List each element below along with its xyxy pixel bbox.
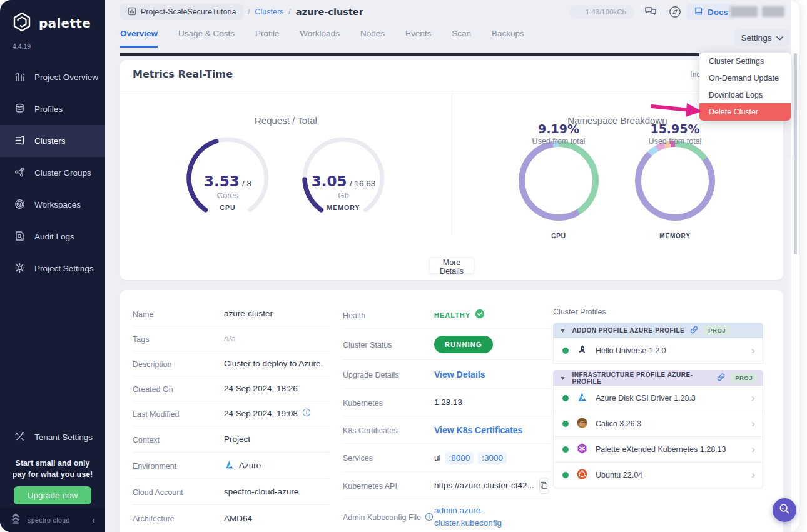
- divider: [452, 91, 452, 235]
- chevron-right-icon: ›: [751, 392, 755, 404]
- sidebar-item-project-overview[interactable]: Project Overview: [0, 61, 105, 93]
- scrollbar-track: [788, 158, 791, 532]
- service-port-link[interactable]: :3000: [478, 452, 507, 464]
- breadcrumb-project-name: Project-ScaleSecureTutoria: [141, 8, 236, 16]
- cluster-profiles-panel: Cluster Profiles ▼ ADDON PROFILE AZURE-P…: [553, 308, 763, 488]
- credits-usage-pill[interactable]: 1.43/100kCh: [569, 5, 634, 19]
- details-middle-column: Health HEALTHY Cluster Status RUNNING Up…: [343, 301, 549, 532]
- tab-overview[interactable]: Overview: [120, 29, 158, 48]
- cpu-namespace-donut: 9.19% Used from total CPU: [519, 141, 599, 221]
- sidebar-item-label: Audit Logs: [34, 232, 74, 241]
- detail-label: Architecture: [133, 514, 224, 523]
- addon-profile-name: ADDON PROFILE AZURE-PROFILE: [572, 327, 684, 334]
- top-header: Project-ScaleSecureTutoria / Clusters / …: [105, 0, 791, 25]
- tab-usage-costs[interactable]: Usage & Costs: [178, 29, 235, 48]
- check-circle-icon: [475, 309, 485, 321]
- detail-label: K8s Certificates: [343, 426, 434, 435]
- more-details-button[interactable]: More Details: [429, 258, 474, 274]
- sidebar-item-workspaces[interactable]: Workspaces: [0, 189, 105, 221]
- menu-item-cluster-settings[interactable]: Cluster Settings: [699, 53, 791, 69]
- info-icon[interactable]: [425, 513, 434, 523]
- detail-row-cloud-account: Cloud Account spectro-cloud-azure: [133, 479, 330, 505]
- view-details-link[interactable]: View Details: [434, 369, 485, 379]
- cluster-profiles-title: Cluster Profiles: [553, 308, 763, 316]
- status-dot-green: [562, 395, 569, 401]
- sidebar-item-label: Clusters: [34, 136, 66, 146]
- kubeconfig-download-link[interactable]: admin.azure-cluster.kubeconfig: [434, 504, 528, 530]
- search-help-fab[interactable]: [773, 498, 796, 522]
- cpu-request-gauge: 3.53 / 8 Cores CPU: [184, 134, 272, 226]
- profile-pack-name: Azure Disk CSI Driver 1.28.3: [596, 394, 696, 403]
- detail-label: Name: [133, 310, 224, 319]
- healthy-text: HEALTHY: [434, 311, 470, 319]
- settings-dropdown-button[interactable]: Settings: [734, 29, 790, 46]
- chevron-down-icon: ▼: [559, 375, 566, 381]
- ubuntu-icon: [576, 468, 588, 483]
- sidebar-item-audit-logs[interactable]: Audit Logs: [0, 221, 105, 253]
- sidebar-item-profiles[interactable]: Profiles: [0, 93, 105, 125]
- tab-profile[interactable]: Profile: [255, 29, 279, 48]
- sidebar-item-project-settings[interactable]: Project Settings: [0, 253, 105, 284]
- sidebar-footer: spectro cloud ‹: [0, 508, 105, 532]
- detail-value: 24 Sep 2024, 18:26: [224, 384, 298, 393]
- breadcrumb-project-pill[interactable]: Project-ScaleSecureTutoria: [120, 4, 243, 20]
- detail-value: n/a: [224, 334, 236, 343]
- detail-row-last-modified: Last Modified 24 Sep 2024, 19:08: [133, 401, 330, 426]
- spectro-cloud-logo: [9, 512, 23, 528]
- cpu-request-value: 3.53: [204, 173, 240, 189]
- sidebar-item-cluster-groups[interactable]: Cluster Groups: [0, 157, 105, 189]
- sidebar-item-clusters[interactable]: Clusters: [0, 125, 105, 157]
- request-total-title: Request / Total: [120, 115, 452, 126]
- profile-row-hello-universe[interactable]: Hello Universe 1.2.0 ›: [553, 338, 763, 364]
- memory-donut-metric: MEMORY: [659, 233, 690, 239]
- view-k8s-certificates-link[interactable]: View K8s Certificates: [434, 425, 522, 435]
- cpu-metric-label: CPU: [184, 204, 272, 211]
- detail-label: Context: [133, 436, 224, 444]
- chat-bubbles-icon[interactable]: [643, 4, 658, 22]
- copy-button[interactable]: [539, 478, 549, 494]
- menu-item-on-demand-update[interactable]: On-Demand Update: [699, 69, 791, 86]
- compass-icon[interactable]: [668, 5, 682, 21]
- breadcrumb-clusters-link[interactable]: Clusters: [255, 8, 283, 16]
- layers-icon: [14, 103, 26, 116]
- tab-events[interactable]: Events: [405, 29, 431, 48]
- detail-row-created-on: Created On 24 Sep 2024, 18:26: [133, 376, 330, 401]
- profile-row-azure-disk[interactable]: Azure Disk CSI Driver 1.28.3 ›: [553, 386, 763, 411]
- menu-item-download-logs[interactable]: Download Logs: [699, 86, 791, 103]
- docs-button[interactable]: Docs: [686, 4, 736, 20]
- services-value: ui :8080 :3000: [434, 452, 507, 464]
- kubernetes-api-url: https://azure-cluster-cf42...: [434, 481, 534, 490]
- link-icon[interactable]: [690, 326, 698, 335]
- running-status-badge: RUNNING: [434, 336, 493, 353]
- addon-profile-header[interactable]: ▼ ADDON PROFILE AZURE-PROFILE PROJ: [553, 323, 763, 338]
- app-version: 4.4.19: [0, 38, 105, 61]
- service-port-link[interactable]: :8080: [445, 452, 474, 464]
- profile-row-calico[interactable]: Calico 3.26.3 ›: [553, 411, 763, 437]
- infrastructure-profile-header[interactable]: ▼ INFRASTRUCTURE PROFILE AZURE-PROFILE P…: [553, 370, 763, 386]
- network-nodes-icon: [14, 166, 26, 180]
- memory-namespace-donut: 15.95% Used from total MEMORY: [635, 141, 715, 221]
- gear-icon: [14, 262, 26, 276]
- magnifier-smile-icon: [778, 503, 791, 518]
- info-icon[interactable]: [302, 408, 311, 419]
- detail-row-upgrade-details: Upgrade Details View Details: [343, 360, 549, 389]
- tab-backups[interactable]: Backups: [492, 29, 524, 48]
- scrollbar-thumb[interactable]: [794, 53, 797, 254]
- link-icon[interactable]: [717, 373, 725, 383]
- sidebar-collapse-chevron[interactable]: ‹: [92, 514, 95, 525]
- profile-row-ubuntu[interactable]: Ubuntu 22.04 ›: [553, 463, 763, 488]
- sidebar-item-label: Workspaces: [34, 200, 81, 209]
- tab-workloads[interactable]: Workloads: [300, 29, 340, 48]
- sidebar-item-tenant-settings[interactable]: Tenant Settings: [0, 421, 105, 453]
- document-search-icon: [14, 230, 26, 244]
- azure-logo-icon: [576, 391, 588, 406]
- tab-nodes[interactable]: Nodes: [360, 29, 385, 48]
- detail-value: Project: [224, 434, 250, 444]
- menu-item-delete-cluster[interactable]: Delete Cluster: [699, 103, 791, 121]
- tab-scan[interactable]: Scan: [452, 29, 471, 48]
- detail-label: Kubernetes: [343, 399, 434, 408]
- memory-total-value: / 16.63: [350, 179, 375, 188]
- details-left-column: Name azure-cluster Tags n/a Description …: [133, 301, 330, 531]
- profile-row-palette-k8s[interactable]: Palette eXtended Kubernetes 1.28.13 ›: [553, 437, 763, 463]
- upgrade-now-button[interactable]: Upgrade now: [14, 486, 91, 504]
